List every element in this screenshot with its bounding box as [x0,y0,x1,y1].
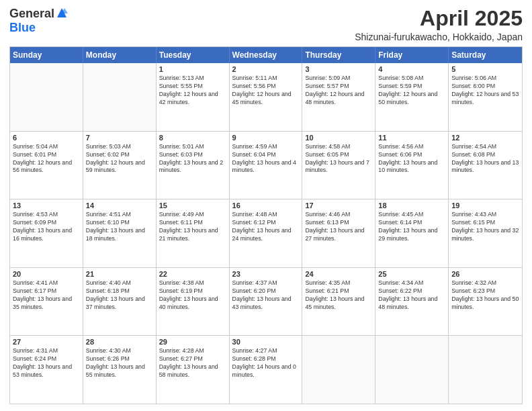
calendar-cell: 9Sunrise: 4:59 AM Sunset: 6:04 PM Daylig… [230,132,303,199]
calendar-cell [302,336,375,404]
day-number: 11 [378,134,445,142]
calendar-cell: 26Sunrise: 4:32 AM Sunset: 6:23 PM Dayli… [449,268,522,336]
calendar-cell: 8Sunrise: 5:01 AM Sunset: 6:03 PM Daylig… [157,132,230,199]
calendar-cell [375,336,449,404]
calendar-cell: 7Sunrise: 5:03 AM Sunset: 6:02 PM Daylig… [83,132,157,199]
day-number: 26 [451,270,519,278]
day-number: 3 [305,65,372,73]
calendar-cell: 11Sunrise: 4:56 AM Sunset: 6:06 PM Dayli… [375,132,449,199]
weekday-header-friday: Friday [375,47,449,63]
day-number: 22 [159,270,226,278]
cell-detail: Sunrise: 4:30 AM Sunset: 6:26 PM Dayligh… [86,347,153,379]
cell-detail: Sunrise: 4:45 AM Sunset: 6:14 PM Dayligh… [378,211,445,243]
day-number: 15 [159,201,226,210]
day-number: 17 [305,201,372,210]
logo-blue-text: Blue [9,21,36,35]
day-number: 9 [232,134,300,142]
calendar-cell: 4Sunrise: 5:08 AM Sunset: 5:59 PM Daylig… [375,63,449,131]
calendar-cell: 30Sunrise: 4:27 AM Sunset: 6:28 PM Dayli… [230,336,303,404]
cell-detail: Sunrise: 4:53 AM Sunset: 6:09 PM Dayligh… [13,211,80,243]
weekday-header-thursday: Thursday [302,47,375,63]
calendar-cell: 2Sunrise: 5:11 AM Sunset: 5:56 PM Daylig… [230,63,303,131]
calendar-header: SundayMondayTuesdayWednesdayThursdayFrid… [10,47,522,63]
day-number: 18 [378,201,445,210]
weekday-header-wednesday: Wednesday [230,47,303,63]
calendar-cell: 6Sunrise: 5:04 AM Sunset: 6:01 PM Daylig… [10,132,83,199]
cell-detail: Sunrise: 4:49 AM Sunset: 6:11 PM Dayligh… [159,211,226,243]
cell-detail: Sunrise: 4:31 AM Sunset: 6:24 PM Dayligh… [13,347,80,379]
calendar-cell: 21Sunrise: 4:40 AM Sunset: 6:18 PM Dayli… [83,268,157,336]
cell-detail: Sunrise: 4:28 AM Sunset: 6:27 PM Dayligh… [159,347,226,379]
cell-detail: Sunrise: 4:58 AM Sunset: 6:05 PM Dayligh… [305,143,372,175]
calendar-cell: 24Sunrise: 4:35 AM Sunset: 6:21 PM Dayli… [302,268,375,336]
weekday-header-monday: Monday [83,47,157,63]
cell-detail: Sunrise: 4:37 AM Sunset: 6:20 PM Dayligh… [232,279,300,312]
day-number: 1 [159,65,226,73]
cell-detail: Sunrise: 4:34 AM Sunset: 6:22 PM Dayligh… [378,279,445,312]
day-number: 4 [378,65,445,73]
calendar-cell: 29Sunrise: 4:28 AM Sunset: 6:27 PM Dayli… [157,336,230,404]
cell-detail: Sunrise: 4:59 AM Sunset: 6:04 PM Dayligh… [232,143,300,175]
header: General Blue April 2025 Shizunai-furukaw… [9,7,523,42]
cell-detail: Sunrise: 5:08 AM Sunset: 5:59 PM Dayligh… [378,75,445,107]
day-number: 24 [305,270,372,278]
calendar-cell: 27Sunrise: 4:31 AM Sunset: 6:24 PM Dayli… [10,336,83,404]
day-number: 2 [232,65,300,73]
logo-general-text: General [9,7,54,21]
day-number: 19 [451,201,519,210]
day-number: 21 [86,270,153,278]
calendar-cell: 22Sunrise: 4:38 AM Sunset: 6:19 PM Dayli… [157,268,230,336]
title-block: April 2025 Shizunai-furukawacho, Hokkaid… [355,7,523,42]
cell-detail: Sunrise: 5:06 AM Sunset: 6:00 PM Dayligh… [451,75,519,107]
calendar-cell [449,336,522,404]
calendar-row-2: 6Sunrise: 5:04 AM Sunset: 6:01 PM Daylig… [10,131,522,199]
calendar-cell: 3Sunrise: 5:09 AM Sunset: 5:57 PM Daylig… [302,63,375,131]
calendar: SundayMondayTuesdayWednesdayThursdayFrid… [9,46,523,404]
cell-detail: Sunrise: 4:46 AM Sunset: 6:13 PM Dayligh… [305,211,372,243]
logo-icon [56,7,68,19]
weekday-header-saturday: Saturday [449,47,522,63]
calendar-cell: 23Sunrise: 4:37 AM Sunset: 6:20 PM Dayli… [230,268,303,336]
cell-detail: Sunrise: 5:01 AM Sunset: 6:03 PM Dayligh… [159,143,226,175]
cell-detail: Sunrise: 4:56 AM Sunset: 6:06 PM Dayligh… [378,143,445,175]
day-number: 6 [13,134,80,142]
month-title: April 2025 [355,7,523,30]
calendar-cell: 20Sunrise: 4:41 AM Sunset: 6:17 PM Dayli… [10,268,83,336]
cell-detail: Sunrise: 4:38 AM Sunset: 6:19 PM Dayligh… [159,279,226,312]
calendar-cell: 10Sunrise: 4:58 AM Sunset: 6:05 PM Dayli… [302,132,375,199]
cell-detail: Sunrise: 4:35 AM Sunset: 6:21 PM Dayligh… [305,279,372,312]
cell-detail: Sunrise: 4:41 AM Sunset: 6:17 PM Dayligh… [13,279,80,312]
cell-detail: Sunrise: 4:54 AM Sunset: 6:08 PM Dayligh… [451,143,519,175]
day-number: 20 [13,270,80,278]
calendar-cell: 19Sunrise: 4:43 AM Sunset: 6:15 PM Dayli… [449,199,522,267]
weekday-header-sunday: Sunday [10,47,83,63]
cell-detail: Sunrise: 4:32 AM Sunset: 6:23 PM Dayligh… [451,279,519,312]
cell-detail: Sunrise: 5:11 AM Sunset: 5:56 PM Dayligh… [232,75,300,107]
cell-detail: Sunrise: 5:09 AM Sunset: 5:57 PM Dayligh… [305,75,372,107]
calendar-cell: 18Sunrise: 4:45 AM Sunset: 6:14 PM Dayli… [375,199,449,267]
day-number: 14 [86,201,153,210]
calendar-body: 1Sunrise: 5:13 AM Sunset: 5:55 PM Daylig… [10,63,522,404]
cell-detail: Sunrise: 4:27 AM Sunset: 6:28 PM Dayligh… [232,347,300,379]
calendar-row-4: 20Sunrise: 4:41 AM Sunset: 6:17 PM Dayli… [10,267,522,336]
day-number: 30 [232,338,300,346]
calendar-cell: 1Sunrise: 5:13 AM Sunset: 5:55 PM Daylig… [157,63,230,131]
logo: General Blue [9,7,68,35]
day-number: 28 [86,338,153,346]
calendar-cell: 5Sunrise: 5:06 AM Sunset: 6:00 PM Daylig… [449,63,522,131]
calendar-cell: 28Sunrise: 4:30 AM Sunset: 6:26 PM Dayli… [83,336,157,404]
cell-detail: Sunrise: 4:51 AM Sunset: 6:10 PM Dayligh… [86,211,153,243]
cell-detail: Sunrise: 5:04 AM Sunset: 6:01 PM Dayligh… [13,143,80,175]
day-number: 10 [305,134,372,142]
cell-detail: Sunrise: 4:43 AM Sunset: 6:15 PM Dayligh… [451,211,519,243]
cell-detail: Sunrise: 5:13 AM Sunset: 5:55 PM Dayligh… [159,75,226,107]
day-number: 7 [86,134,153,142]
calendar-cell: 25Sunrise: 4:34 AM Sunset: 6:22 PM Dayli… [375,268,449,336]
day-number: 8 [159,134,226,142]
calendar-cell [83,63,157,131]
day-number: 29 [159,338,226,346]
day-number: 25 [378,270,445,278]
calendar-cell: 13Sunrise: 4:53 AM Sunset: 6:09 PM Dayli… [10,199,83,267]
day-number: 13 [13,201,80,210]
calendar-cell [10,63,83,131]
